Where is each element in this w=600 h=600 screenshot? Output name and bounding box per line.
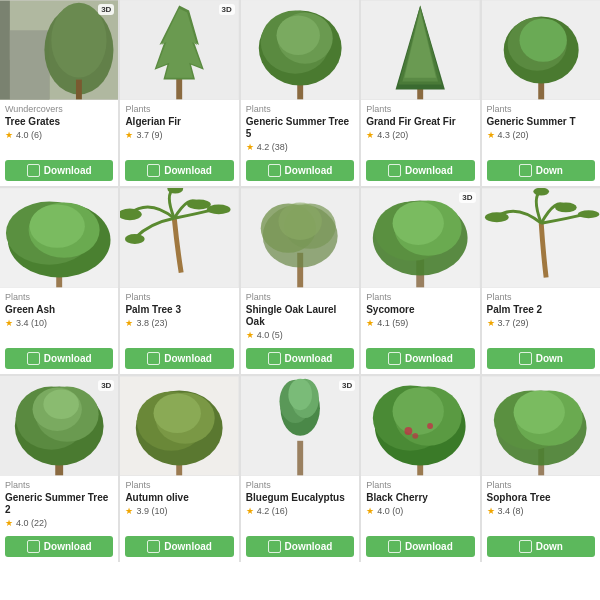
download-label: Download [405, 353, 453, 364]
download-label: Download [285, 165, 333, 176]
download-button[interactable]: Download [125, 348, 233, 369]
download-button[interactable]: Download [246, 160, 354, 181]
download-label: Download [285, 353, 333, 364]
card-rating: ★ 4.1 (59) [366, 318, 474, 328]
card-rating: ★ 3.9 (10) [125, 506, 233, 516]
download-label: Download [405, 541, 453, 552]
card-info: Plants Palm Tree 2 ★ 3.7 (29) [482, 288, 600, 345]
package-icon [27, 540, 40, 553]
svg-point-45 [278, 202, 321, 239]
star-icon: ★ [487, 130, 495, 140]
rating-value: 3.9 (10) [136, 506, 167, 516]
badge-3d: 3D [459, 192, 475, 203]
card-rating: ★ 4.2 (38) [246, 142, 354, 152]
card-title: Green Ash [5, 304, 113, 316]
download-button[interactable]: Download [366, 348, 474, 369]
rating-value: 4.3 (20) [377, 130, 408, 140]
rating-value: 3.7 (29) [498, 318, 529, 328]
download-button[interactable]: Download [366, 536, 474, 557]
card-image: 3D [0, 0, 118, 100]
svg-point-38 [207, 204, 231, 214]
rating-value: 4.0 (5) [257, 330, 283, 340]
card-rating: ★ 3.7 (29) [487, 318, 595, 328]
package-icon [268, 164, 281, 177]
card-image: 3D [241, 376, 359, 476]
download-button[interactable]: Download [5, 536, 113, 557]
svg-point-75 [288, 379, 312, 411]
svg-point-84 [412, 433, 418, 439]
download-button[interactable]: Down [487, 536, 595, 557]
card-rating: ★ 4.0 (5) [246, 330, 354, 340]
asset-card: 3D Plants Bluegum Eucalyptus ★ 4.2 (16) … [241, 376, 359, 562]
asset-card: Plants Palm Tree 2 ★ 3.7 (29) Down [482, 188, 600, 374]
asset-card: Plants Generic Summer T ★ 4.3 (20) Down [482, 0, 600, 186]
package-icon [519, 540, 532, 553]
card-category: Plants [125, 104, 233, 114]
card-category: Plants [246, 292, 354, 302]
card-rating: ★ 4.3 (20) [487, 130, 595, 140]
star-icon: ★ [5, 318, 13, 328]
download-button[interactable]: Download [5, 160, 113, 181]
asset-card: Plants Black Cherry ★ 4.0 (0) Download [361, 376, 479, 562]
card-image [361, 0, 479, 100]
svg-point-90 [513, 390, 564, 433]
asset-card: Plants Generic Summer Tree 5 ★ 4.2 (38) … [241, 0, 359, 186]
download-label: Download [164, 541, 212, 552]
download-label: Down [536, 165, 563, 176]
download-button[interactable]: Down [487, 160, 595, 181]
download-button[interactable]: Download [246, 348, 354, 369]
download-label: Download [44, 541, 92, 552]
card-title: Algerian Fir [125, 116, 233, 128]
download-button[interactable]: Download [125, 536, 233, 557]
card-title: Grand Fir Great Fir [366, 116, 474, 128]
card-title: Bluegum Eucalyptus [246, 492, 354, 504]
card-image [120, 188, 238, 288]
package-icon [268, 352, 281, 365]
download-button[interactable]: Download [366, 160, 474, 181]
download-button[interactable]: Download [125, 160, 233, 181]
download-button[interactable]: Download [5, 348, 113, 369]
star-icon: ★ [246, 142, 254, 152]
download-button[interactable]: Download [246, 536, 354, 557]
star-icon: ★ [366, 506, 374, 516]
card-info: Plants Bluegum Eucalyptus ★ 4.2 (16) [241, 476, 359, 533]
star-icon: ★ [5, 518, 13, 528]
card-image [482, 376, 600, 476]
card-info: Plants Generic Summer Tree 2 ★ 4.0 (22) [0, 476, 118, 533]
card-info: Plants Autumn olive ★ 3.9 (10) [120, 476, 238, 533]
rating-value: 3.4 (8) [498, 506, 524, 516]
svg-point-81 [393, 388, 444, 435]
badge-3d: 3D [339, 380, 355, 391]
package-icon [147, 540, 160, 553]
card-rating: ★ 4.0 (6) [5, 130, 113, 140]
card-category: Plants [125, 292, 233, 302]
package-icon [519, 164, 532, 177]
asset-card: Plants Shingle Oak Laurel Oak ★ 4.0 (5) … [241, 188, 359, 374]
card-title: Shingle Oak Laurel Oak [246, 304, 354, 328]
rating-value: 4.2 (38) [257, 142, 288, 152]
svg-rect-6 [76, 80, 82, 100]
card-rating: ★ 3.7 (9) [125, 130, 233, 140]
card-category: Plants [5, 292, 113, 302]
star-icon: ★ [487, 318, 495, 328]
card-info: Plants Sycomore ★ 4.1 (59) [361, 288, 479, 345]
card-category: Plants [246, 104, 354, 114]
svg-point-56 [577, 210, 599, 218]
asset-card: 3D Plants Generic Summer Tree 2 ★ 4.0 (2… [0, 376, 118, 562]
card-image [120, 376, 238, 476]
card-title: Palm Tree 2 [487, 304, 595, 316]
card-category: Plants [366, 292, 474, 302]
card-image: 3D [361, 188, 479, 288]
card-title: Sophora Tree [487, 492, 595, 504]
rating-value: 4.2 (16) [257, 506, 288, 516]
svg-point-69 [154, 393, 201, 432]
asset-card: Plants Palm Tree 3 ★ 3.8 (23) Download [120, 188, 238, 374]
svg-point-37 [187, 200, 211, 210]
star-icon: ★ [5, 130, 13, 140]
card-image [482, 0, 600, 100]
svg-point-51 [393, 201, 444, 244]
asset-card: Plants Grand Fir Great Fir ★ 4.3 (20) Do… [361, 0, 479, 186]
download-button[interactable]: Down [487, 348, 595, 369]
card-info: Plants Green Ash ★ 3.4 (10) [0, 288, 118, 345]
asset-card: 3D Wundercovers Tree Grates ★ 4.0 (6) Do… [0, 0, 118, 186]
